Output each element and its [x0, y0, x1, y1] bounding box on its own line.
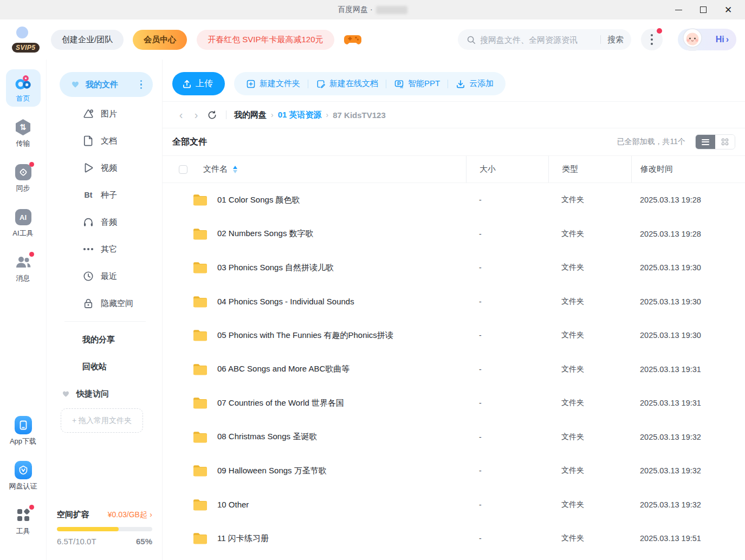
folder-icon — [192, 363, 208, 376]
file-type: 文件夹 — [548, 297, 631, 307]
member-center-button[interactable]: 会员中心 — [133, 30, 187, 50]
create-team-button[interactable]: 创建企业/团队 — [51, 30, 124, 50]
rail-item-messages[interactable]: 消息 — [6, 249, 41, 286]
home-icon — [15, 74, 32, 91]
cloud-add-button[interactable]: 云添加 — [456, 79, 494, 89]
game-icon[interactable] — [344, 32, 361, 47]
rail-item-ai-tools[interactable]: AI AI工具 — [6, 204, 41, 242]
file-modified: 2025.03.13 19:32 — [631, 466, 745, 475]
breadcrumb-root[interactable]: 我的网盘 — [234, 110, 267, 120]
breadcrumb-parent[interactable]: 01 英语资源 — [278, 110, 322, 120]
view-toggle — [695, 134, 735, 149]
select-all-checkbox[interactable] — [179, 165, 187, 174]
file-size: - — [466, 263, 548, 272]
folder-icon — [192, 261, 208, 274]
refresh-button[interactable] — [207, 110, 217, 120]
table-row[interactable]: 01 Color Songs 颜色歌 - 文件夹 2025.03.13 19:2… — [163, 183, 745, 217]
table-row[interactable]: 04 Phonics Songs - Individual Sounds - 文… — [163, 285, 745, 319]
minimize-button[interactable] — [666, 0, 691, 19]
sidebar-item-videos[interactable]: 视频 — [47, 154, 162, 181]
maximize-button[interactable] — [691, 0, 716, 19]
file-size: - — [466, 466, 548, 475]
file-modified: 2025.03.13 19:32 — [631, 500, 745, 509]
table-row[interactable]: 05 Phonics with The Funnies 有趣的Phonics拼读… — [163, 318, 745, 353]
sidebar-item-recycle-bin[interactable]: 回收站 — [47, 353, 162, 380]
column-modified[interactable]: 修改时间 — [631, 156, 745, 183]
breadcrumb-bar: ‹ › 我的网盘 › 01 英语资源 › 87 KidsTV123 — [163, 101, 745, 128]
file-name: 01 Color Songs 颜色歌 — [217, 195, 466, 205]
sidebar-item-quick-access[interactable]: 快捷访问 — [47, 380, 162, 407]
svip-avatar[interactable]: SVIP5 — [12, 25, 42, 54]
promo-banner[interactable]: 开春红包 SVIP年卡最高减120元 — [197, 30, 334, 50]
file-modified: 2025.03.13 19:31 — [631, 399, 745, 407]
grid-view-button[interactable] — [715, 135, 735, 149]
sidebar-item-my-shares[interactable]: 我的分享 — [47, 326, 162, 353]
new-folder-button[interactable]: 新建文件夹 — [246, 79, 300, 89]
my-files-menu-icon[interactable] — [138, 78, 145, 92]
chevron-right-icon: › — [150, 510, 152, 519]
file-modified: 2025.03.13 19:28 — [631, 230, 745, 238]
sidebar-item-recent[interactable]: 最近 — [47, 263, 162, 290]
list-view-button[interactable] — [696, 135, 715, 149]
file-size: - — [466, 331, 548, 340]
close-button[interactable]: ✕ — [716, 0, 741, 19]
kebab-icon — [651, 34, 653, 45]
sidebar-item-others[interactable]: 其它 — [47, 236, 162, 263]
table-row[interactable]: 07 Countries of the World 世界各国 - 文件夹 202… — [163, 386, 745, 420]
sidebar-item-pictures[interactable]: 图片 — [47, 100, 162, 127]
forward-button[interactable]: › — [189, 109, 204, 120]
sidebar-item-my-files[interactable]: 我的文件 — [60, 72, 153, 97]
rail-item-transfer[interactable]: ⇅ 传输 — [6, 114, 41, 152]
search-icon — [467, 35, 476, 44]
table-row[interactable]: 02 Numbers Songs 数字歌 - 文件夹 2025.03.13 19… — [163, 217, 745, 251]
storage-expand-link[interactable]: 空间扩容 ¥0.03/GB起 › — [57, 510, 152, 520]
storage-progress-bar — [57, 527, 152, 531]
more-menu-button[interactable] — [641, 29, 663, 50]
search-button[interactable]: 搜索 — [607, 35, 624, 45]
table-row[interactable]: 11 闪卡练习册 - 文件夹 2025.03.13 19:51 — [163, 522, 745, 556]
sidebar-item-documents[interactable]: 文档 — [47, 127, 162, 154]
close-icon: ✕ — [724, 5, 732, 15]
column-size[interactable]: 大小 — [466, 156, 548, 183]
search-divider — [600, 35, 601, 44]
chevron-right-icon: › — [726, 35, 729, 44]
column-type[interactable]: 类型 — [548, 156, 631, 183]
notification-dot — [657, 28, 662, 34]
sort-toggle[interactable] — [233, 166, 237, 173]
table-row[interactable]: 09 Halloween Songs 万圣节歌 - 文件夹 2025.03.13… — [163, 454, 745, 488]
avatar — [679, 25, 706, 55]
smart-ppt-button[interactable]: AI 智能PPT — [394, 79, 440, 89]
table-row[interactable]: 08 Christmas Songs 圣诞歌 - 文件夹 2025.03.13 … — [163, 420, 745, 454]
sidebar-item-torrents[interactable]: Bt 种子 — [47, 181, 162, 209]
smart-ppt-icon: AI — [394, 79, 404, 89]
sidebar-item-hidden-space[interactable]: 隐藏空间 — [47, 290, 162, 317]
svip-badge: SVIP5 — [12, 43, 40, 53]
folder-icon — [192, 532, 208, 545]
file-name: 09 Halloween Songs 万圣节歌 — [217, 466, 466, 476]
lock-icon — [82, 298, 94, 309]
search-input[interactable] — [480, 35, 594, 44]
table-row[interactable]: 06 ABC Songs and More ABC歌曲等 - 文件夹 2025.… — [163, 353, 745, 387]
file-type: 文件夹 — [548, 364, 631, 374]
sidebar-item-audio[interactable]: 音频 — [47, 209, 162, 236]
action-group: 新建文件夹 新建在线文档 AI 智能PPT 云添加 — [234, 72, 506, 95]
rail-item-home[interactable]: 首页 — [6, 69, 41, 107]
column-name: 文件名 — [203, 164, 228, 174]
rail-item-tools[interactable]: 工具 — [6, 502, 41, 539]
search-bar[interactable]: 搜索 — [458, 29, 631, 50]
file-section-header: 全部文件 已全部加载，共11个 — [163, 128, 745, 155]
user-profile-button[interactable]: Hi › — [678, 29, 736, 50]
upload-button[interactable]: 上传 — [172, 72, 225, 95]
rail-item-sync[interactable]: 同步 — [6, 159, 41, 197]
maximize-icon — [700, 6, 707, 13]
storage-panel: 空间扩容 ¥0.03/GB起 › 6.5T/10.0T 65% — [57, 510, 152, 546]
drop-folder-zone[interactable]: + 拖入常用文件夹 — [61, 408, 143, 433]
new-online-doc-button[interactable]: 新建在线文档 — [316, 79, 378, 89]
rail-item-app-download[interactable]: App下载 — [6, 412, 41, 450]
table-row[interactable]: 10 Other - 文件夹 2025.03.13 19:32 — [163, 488, 745, 522]
file-size: - — [466, 297, 548, 306]
folder-icon — [192, 227, 208, 240]
rail-item-certification[interactable]: 网盘认证 — [6, 457, 41, 494]
back-button[interactable]: ‹ — [173, 109, 189, 120]
table-row[interactable]: 03 Phonics Songs 自然拼读儿歌 - 文件夹 2025.03.13… — [163, 251, 745, 285]
